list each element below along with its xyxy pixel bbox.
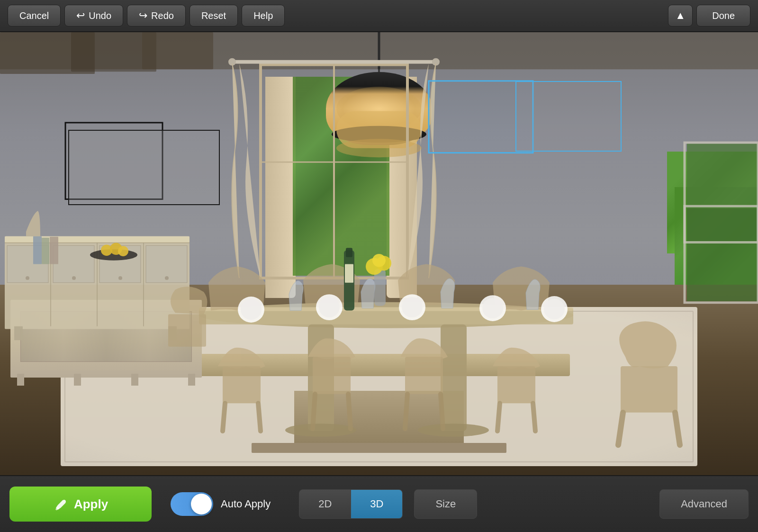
size-label: Size: [435, 498, 456, 510]
scene-area[interactable]: [0, 32, 758, 475]
window-selection-box[interactable]: [515, 81, 622, 152]
chandelier: [326, 32, 432, 165]
sideboard-leg: [74, 374, 81, 386]
redo-icon: [139, 9, 147, 22]
mode-3d-label: 3D: [370, 498, 383, 510]
reset-button[interactable]: Reset: [190, 5, 238, 27]
view-mode-section: 2D 3D: [299, 489, 403, 519]
sideboard: [0, 280, 212, 378]
advanced-label: Advanced: [681, 498, 727, 510]
right-window-bottom: [675, 187, 758, 285]
sideboard-leg: [131, 374, 138, 386]
size-button[interactable]: Size: [414, 489, 477, 519]
sideboard-legs: [17, 374, 195, 386]
chandelier-body: [326, 72, 432, 145]
dining-table: [167, 329, 591, 453]
apply-label: Apply: [74, 497, 108, 512]
mode-2d-label: 2D: [318, 498, 332, 510]
undo-label: Undo: [89, 10, 111, 21]
mode-2d-button[interactable]: 2D: [299, 489, 351, 519]
top-toolbar: Cancel Undo Redo Reset Help ▲ Done: [0, 0, 758, 32]
reset-label: Reset: [201, 10, 226, 21]
chandelier-glow: [336, 87, 421, 131]
redo-label: Redo: [151, 10, 174, 21]
table-top: [188, 354, 570, 376]
toggle-knob: [191, 494, 212, 514]
auto-apply-toggle[interactable]: [171, 492, 213, 516]
paint-brush-icon: [53, 496, 68, 512]
auto-apply-section: Auto Apply: [171, 492, 271, 516]
chevron-up-icon: ▲: [675, 9, 686, 22]
sideboard-leg: [17, 374, 24, 386]
advanced-button[interactable]: Advanced: [659, 489, 749, 519]
left-curtain: [265, 77, 296, 298]
table-base: [252, 443, 506, 453]
table-pedestal: [294, 391, 464, 447]
sideboard-body: [10, 300, 201, 378]
wall-art-selection-box[interactable]: [68, 130, 220, 205]
done-button[interactable]: Done: [696, 5, 750, 27]
auto-apply-label: Auto Apply: [221, 498, 271, 510]
cancel-label: Cancel: [19, 10, 49, 21]
chevron-up-button[interactable]: ▲: [668, 5, 693, 27]
sideboard-leg: [188, 374, 195, 386]
apply-button[interactable]: Apply: [9, 487, 152, 522]
undo-button[interactable]: Undo: [64, 5, 123, 27]
mode-3d-button[interactable]: 3D: [351, 489, 403, 519]
undo-icon: [76, 9, 85, 22]
bottom-toolbar: Apply Auto Apply 2D 3D Size Advanced: [0, 475, 758, 532]
done-label: Done: [712, 10, 735, 21]
help-button[interactable]: Help: [242, 5, 285, 27]
redo-button[interactable]: Redo: [127, 5, 186, 27]
cancel-button[interactable]: Cancel: [8, 5, 61, 27]
room-scene: [0, 32, 758, 475]
help-label: Help: [253, 10, 273, 21]
chandelier-chain: [378, 32, 380, 72]
